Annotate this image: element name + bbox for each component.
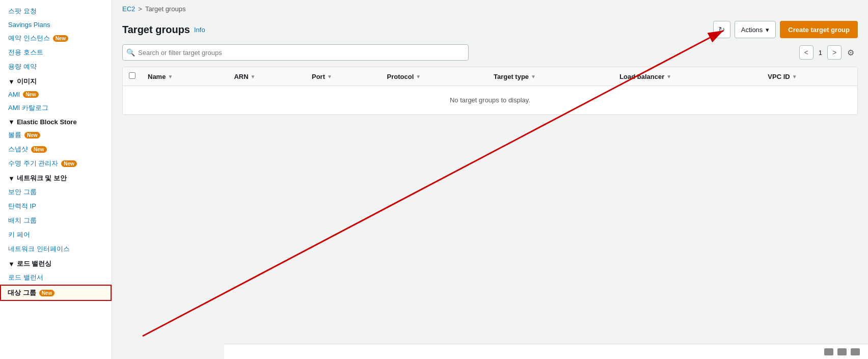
search-input-wrap: 🔍 (122, 44, 469, 61)
sidebar-item-security-groups[interactable]: 보안 그룹 (0, 185, 112, 199)
bottom-icon-1[interactable] (824, 348, 833, 355)
refresh-button[interactable]: ↻ (713, 21, 730, 38)
sidebar-item-lifecycle[interactable]: 수명 주기 관리자 New (0, 156, 112, 171)
bottom-bar (224, 344, 868, 359)
pagination-row: < 1 > ⚙ (799, 45, 858, 60)
search-input[interactable] (122, 44, 469, 61)
new-badge-ami: New (23, 91, 39, 98)
sidebar-item-ami[interactable]: AMI New (0, 88, 112, 101)
col-port[interactable]: Port ▼ (306, 67, 381, 86)
col-arn[interactable]: ARN ▼ (228, 67, 306, 86)
prev-page-button[interactable]: < (799, 45, 813, 60)
new-badge: New (53, 35, 69, 42)
col-vpc-id[interactable]: VPC ID ▼ (762, 67, 857, 86)
breadcrumb: EC2 > Target groups (112, 0, 868, 17)
breadcrumb-separator: > (138, 5, 142, 13)
breadcrumb-current: Target groups (145, 5, 186, 13)
new-badge-snapshots: New (31, 146, 47, 153)
sidebar-section-network[interactable]: ▼ 네트워크 및 보안 (0, 171, 112, 185)
sidebar: 스팟 요청 Savings Plans 예약 인스턴스 New 전용 호스트 용… (0, 0, 112, 359)
table-header: Name ▼ ARN ▼ Port ▼ (123, 67, 857, 86)
sort-icon-arn: ▼ (251, 74, 256, 79)
col-load-balancer[interactable]: Load balancer ▼ (613, 67, 762, 86)
page-header: Target groups Info ↻ Actions ▾ Create ta… (112, 17, 868, 44)
actions-label: Actions (741, 26, 763, 34)
main-content: EC2 > Target groups Target groups Info ↻… (112, 0, 868, 359)
sidebar-item-load-balancers[interactable]: 로드 밸런서 (0, 270, 112, 285)
empty-state-message: No target groups to display. (123, 86, 857, 115)
new-badge-volumes: New (24, 132, 40, 139)
col-name[interactable]: Name ▼ (142, 67, 228, 86)
empty-state-row: No target groups to display. (123, 86, 857, 115)
chevron-down-icon-actions: ▾ (766, 26, 769, 34)
target-groups-table: Name ▼ ARN ▼ Port ▼ (123, 67, 857, 115)
chevron-down-icon-network: ▼ (8, 175, 15, 182)
sort-icon-protocol: ▼ (416, 74, 421, 79)
actions-button[interactable]: Actions ▾ (735, 21, 776, 38)
next-page-button[interactable]: > (827, 45, 842, 60)
sidebar-section-images[interactable]: ▼ 이미지 (0, 74, 112, 88)
sidebar-item-target-groups[interactable]: 대상 그룹 New (0, 285, 112, 301)
sidebar-item-placement-groups[interactable]: 배치 그룹 (0, 213, 112, 228)
page-title: Target groups (122, 24, 190, 36)
sidebar-item-elastic-ip[interactable]: 탄력적 IP (0, 199, 112, 213)
sidebar-item-ami-catalog[interactable]: AMI 카탈로그 (0, 101, 112, 115)
page-number: 1 (816, 49, 825, 57)
sort-icon-port: ▼ (327, 74, 332, 79)
search-icon: 🔍 (126, 48, 135, 57)
sort-icon-vpc: ▼ (792, 74, 797, 79)
chevron-down-icon-lb: ▼ (8, 260, 15, 268)
sort-icon-target-type: ▼ (531, 74, 536, 79)
breadcrumb-ec2-link[interactable]: EC2 (122, 5, 135, 13)
page-title-row: Target groups Info (122, 24, 205, 36)
bottom-icon-2[interactable] (837, 348, 847, 355)
sidebar-section-lb[interactable]: ▼ 로드 밸런싱 (0, 256, 112, 270)
col-protocol[interactable]: Protocol ▼ (381, 67, 487, 86)
sidebar-item-snapshots[interactable]: 스냅샷 New (0, 142, 112, 156)
new-badge-target-groups: New (39, 290, 55, 296)
sidebar-item-capacity-reservations[interactable]: 용량 예약 (0, 60, 112, 74)
chevron-down-icon: ▼ (8, 78, 15, 86)
chevron-down-icon-ebs: ▼ (8, 118, 15, 126)
sidebar-item-key-pairs[interactable]: 키 페어 (0, 228, 112, 242)
create-target-group-button[interactable]: Create target group (780, 21, 858, 38)
header-actions: ↻ Actions ▾ Create target group (713, 21, 858, 38)
refresh-icon: ↻ (718, 25, 725, 35)
settings-icon: ⚙ (847, 48, 854, 58)
new-badge-lifecycle: New (61, 160, 77, 167)
sort-icon-name: ▼ (168, 74, 173, 79)
sidebar-item-volumes[interactable]: 볼륨 New (0, 128, 112, 142)
sidebar-item-spot-request[interactable]: 스팟 요청 (0, 4, 112, 18)
select-all-col[interactable] (123, 67, 142, 86)
sidebar-item-savings-plans[interactable]: Savings Plans (0, 18, 112, 31)
table-body: No target groups to display. (123, 86, 857, 115)
column-settings-button[interactable]: ⚙ (844, 45, 858, 60)
target-groups-table-container: Name ▼ ARN ▼ Port ▼ (122, 67, 858, 115)
bottom-icon-3[interactable] (851, 348, 860, 355)
sidebar-item-reserved-instances[interactable]: 예약 인스턴스 New (0, 31, 112, 45)
sidebar-section-ebs[interactable]: ▼ Elastic Block Store (0, 115, 112, 128)
select-all-checkbox[interactable] (129, 72, 135, 79)
sidebar-item-dedicated-hosts[interactable]: 전용 호스트 (0, 45, 112, 60)
sort-icon-lb: ▼ (666, 74, 671, 79)
search-bar-row: 🔍 < 1 > ⚙ (112, 44, 868, 67)
col-target-type[interactable]: Target type ▼ (487, 67, 613, 86)
info-link[interactable]: Info (194, 26, 205, 34)
sidebar-item-network-interfaces[interactable]: 네트워크 인터페이스 (0, 242, 112, 256)
